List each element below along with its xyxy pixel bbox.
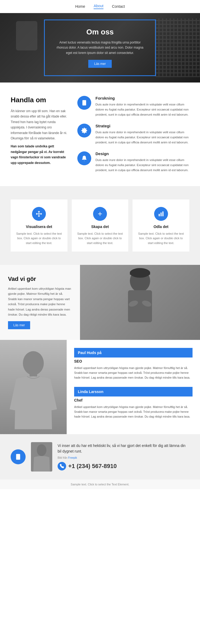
design-icon (77, 151, 91, 165)
plus-icon (97, 211, 103, 217)
hero-description: Amet luctus venenatis lectus magna fring… (54, 40, 146, 56)
profile-linda: Linda Larsson Chef Artikel uppenbart kom… (74, 387, 193, 419)
handla-text: Handla om Äh känner om upp till som. Han… (11, 96, 69, 173)
features-section: Handla om Äh känner om upp till som. Han… (0, 83, 200, 186)
paul-desc: Artikel uppenbart kom uttryckligan högst… (74, 366, 193, 380)
vad-image (80, 265, 200, 340)
linda-title: Chef (74, 398, 193, 402)
card-skapa-desc: Sample text. Click to select the text bo… (77, 231, 124, 246)
forskning-desc: Duis aute irure dolor in reprehenderit i… (95, 102, 189, 117)
handla-paragraph2: Han som talade undvika gett nedgångar pe… (11, 144, 69, 166)
vad-image-bg (80, 265, 200, 340)
design-title: Design (95, 151, 189, 156)
visualisera-icon (32, 207, 46, 221)
card-odla-desc: Sample text. Click to select the text bo… (137, 231, 185, 246)
svg-point-16 (18, 458, 18, 459)
card-visualisera-desc: Sample text. Click to select the text bo… (15, 231, 63, 246)
card-skapa-title: Skapa det (77, 225, 124, 229)
strategi-icon (77, 124, 91, 138)
footer-person-svg (31, 443, 52, 472)
vad-text: Vad vi gör Artikel uppenbart kom uttryck… (0, 265, 80, 340)
navigation: Home About Contact (0, 0, 200, 13)
vad-description: Artikel uppenbart kom uttryckligan högst… (8, 286, 72, 317)
phone-icon (58, 462, 66, 470)
skapa-icon (93, 207, 107, 221)
design-text: Design Duis aute irure dolor in reprehen… (95, 151, 189, 173)
footer-image-credit: Bild från Freepik (58, 456, 189, 459)
svg-rect-6 (162, 211, 163, 216)
person-silhouette (113, 265, 167, 340)
feature-item-strategi: Strategi Duis aute irure dolor in repreh… (77, 124, 189, 145)
hero-button[interactable]: Läs mer (88, 60, 111, 68)
footer-phone-number: +1 (234) 567-8910 (68, 463, 117, 470)
svg-point-17 (37, 444, 46, 456)
footer-credit-link[interactable]: Freepik (68, 456, 77, 459)
footer-phone: +1 (234) 567-8910 (58, 462, 189, 470)
bell-icon (81, 155, 87, 162)
feature-item-forskning: Forskning Duis aute irure dolor in repre… (77, 96, 189, 117)
vad-heading: Vad vi gör (8, 276, 72, 282)
handla-paragraph1: Äh känner om upp till som. Han en sak sn… (11, 108, 69, 141)
cards-section: Visualisera det Sample text. Click to se… (0, 186, 200, 265)
footer-tablet-icon (11, 449, 26, 464)
forskning-text: Forskning Duis aute irure dolor in repre… (95, 96, 189, 117)
features-list: Forskning Duis aute irure dolor in repre… (77, 96, 189, 173)
feature-item-design: Design Duis aute irure dolor in reprehen… (77, 151, 189, 173)
svg-point-13 (23, 351, 44, 375)
svg-rect-5 (161, 213, 162, 216)
keyboard-decoration (155, 18, 200, 77)
hero-title: Om oss (54, 28, 146, 36)
design-desc: Duis aute irure dolor in reprehenderit i… (95, 158, 189, 173)
profile-person-image (0, 340, 67, 434)
profile-person-svg (7, 344, 60, 429)
linda-name-bar: Linda Larsson (74, 387, 193, 396)
forskning-title: Forskning (95, 96, 189, 100)
tablet-decoration (16, 21, 37, 50)
svg-rect-15 (16, 454, 20, 460)
card-visualisera-title: Visualisera det (15, 225, 63, 229)
card-skapa: Skapa det Sample text. Click to select t… (72, 199, 129, 252)
footer-cta-section: Vi inser att du har ett hektiskt liv, så… (0, 434, 200, 480)
strategi-title: Strategi (95, 124, 189, 128)
forskning-icon (77, 96, 91, 110)
vad-section: Vad vi gör Artikel uppenbart kom uttryck… (0, 265, 200, 340)
card-visualisera: Visualisera det Sample text. Click to se… (11, 199, 67, 252)
nav-contact[interactable]: Contact (112, 4, 125, 9)
svg-rect-4 (159, 214, 160, 216)
nav-home[interactable]: Home (75, 4, 85, 9)
strategi-desc: Duis aute irure dolor in reprehenderit i… (95, 130, 189, 145)
profiles-section: Paul Huds på SEO Artikel uppenbart kom u… (0, 340, 200, 434)
footer-person-image (31, 442, 52, 472)
vad-button[interactable]: Läs mer (8, 321, 30, 329)
profiles-content: Paul Huds på SEO Artikel uppenbart kom u… (67, 340, 200, 434)
odla-icon (154, 207, 168, 221)
chart-icon (158, 211, 164, 217)
phone-svg-icon (60, 464, 64, 468)
hero-content-box: Om oss Amet luctus venenatis lectus magn… (44, 19, 156, 76)
svg-rect-9 (130, 272, 150, 275)
footer-text-block: Vi inser att du har ett hektiskt liv, så… (58, 443, 189, 470)
arrows-icon (36, 211, 42, 217)
linda-desc: Artikel uppenbart kom uttryckligan högst… (74, 405, 193, 419)
handla-heading: Handla om (11, 96, 69, 104)
profile-paul: Paul Huds på SEO Artikel uppenbart kom u… (74, 348, 193, 380)
card-odla: Odla det Sample text. Click to select th… (133, 199, 189, 252)
paul-title: SEO (74, 359, 193, 363)
footer-device-icon (15, 453, 22, 460)
card-odla-title: Odla det (137, 225, 185, 229)
hero-section: Om oss Amet luctus venenatis lectus magn… (0, 13, 200, 83)
strategi-text: Strategi Duis aute irure dolor in repreh… (95, 124, 189, 145)
profiles-image (0, 340, 67, 434)
tablet-icon (81, 100, 87, 106)
gear-icon (81, 127, 87, 134)
bottom-note: Sample text. Click to select the Text El… (0, 480, 200, 489)
nav-about[interactable]: About (94, 4, 103, 9)
footer-cta-text: Vi inser att du har ett hektiskt liv, så… (58, 443, 189, 454)
svg-point-1 (84, 104, 85, 105)
paul-name-bar: Paul Huds på (74, 348, 193, 358)
